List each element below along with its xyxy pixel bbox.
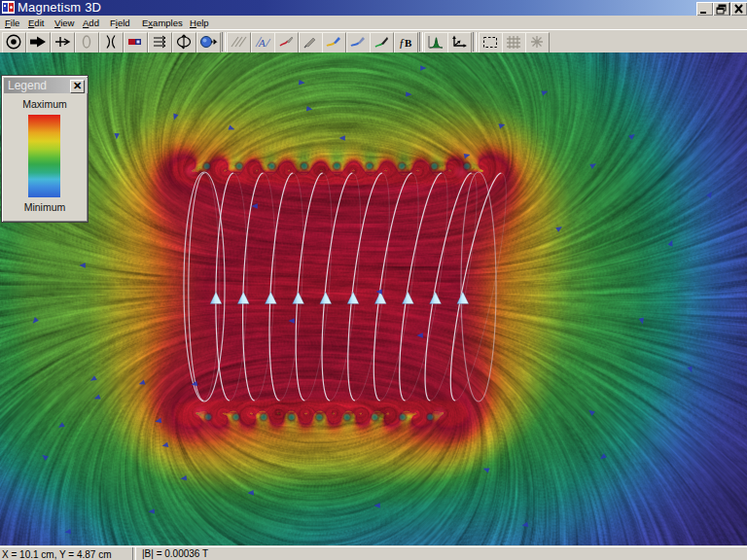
- svg-text:B: B: [405, 37, 412, 49]
- svg-text:A: A: [258, 37, 266, 49]
